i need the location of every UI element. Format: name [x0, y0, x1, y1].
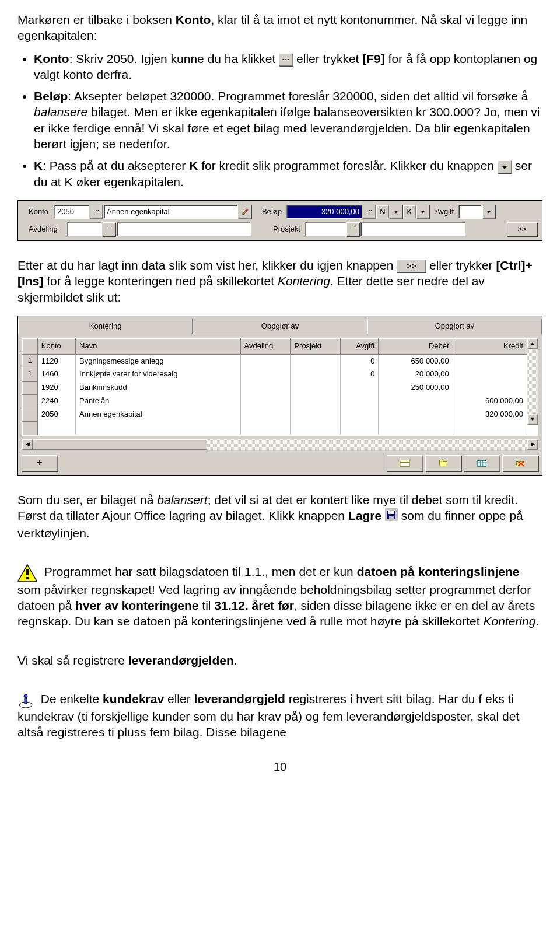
info-icon [18, 692, 34, 708]
svg-marker-2 [421, 211, 425, 213]
col-prosjekt[interactable]: Prosjekt [290, 338, 341, 354]
leverandorgjeld-paragraph: Vi skal så registrere leverandørgjelden. [18, 652, 542, 668]
konto-lookup-button[interactable] [90, 205, 103, 219]
prosjekt-input[interactable] [305, 222, 346, 236]
horizontal-scrollbar[interactable]: ◀ ▶ [22, 439, 538, 450]
avgift-dropdown-button[interactable] [482, 205, 495, 219]
svg-rect-21 [26, 577, 29, 579]
grid-wrapper: Konto Navn Avdeling Prosjekt Avgift Debe… [22, 338, 538, 436]
svg-marker-1 [394, 211, 398, 213]
page-number: 10 [18, 759, 542, 774]
col-avgift[interactable]: Avgift [341, 338, 379, 354]
toolbar-card-button[interactable] [387, 455, 423, 471]
tab-oppgjort-av[interactable]: Oppgjort av [368, 319, 542, 334]
svg-rect-20 [26, 569, 29, 575]
dropdown-icon [498, 160, 512, 173]
table-row[interactable]: 1920 Bankinnskudd 250 000,00 [23, 381, 527, 394]
ellipsis-button-icon: ⋯ [279, 53, 293, 66]
k-box[interactable]: K [403, 205, 416, 218]
svg-rect-5 [400, 462, 410, 463]
toolbar-folder-button[interactable] [425, 455, 461, 471]
add-row-button[interactable]: + [22, 455, 58, 471]
avdeling-lookup-button[interactable] [103, 222, 116, 236]
next-button-icon: >> [397, 260, 426, 272]
vertical-scrollbar[interactable]: ▲ ▼ [527, 338, 538, 425]
col-debet[interactable]: Debet [379, 338, 453, 354]
table-row[interactable]: 2240 Pantelån 600 000,00 [23, 394, 527, 408]
table-row[interactable] [23, 421, 527, 435]
bullet-belop: Beløp: Aksepter beløpet 320000. Programm… [34, 88, 542, 152]
svg-rect-24 [24, 698, 27, 704]
after-entry-paragraph: Etter at du har lagt inn data slik som v… [18, 257, 542, 305]
avgift-input[interactable] [459, 205, 482, 219]
col-avdeling[interactable]: Avdeling [240, 338, 290, 354]
scrollbar-thumb[interactable] [33, 439, 207, 450]
info-paragraph: De enkelte kundekrav eller leverandørgje… [18, 691, 542, 740]
avdeling-name-field[interactable] [117, 222, 251, 236]
save-icon [385, 510, 398, 523]
svg-rect-7 [440, 460, 443, 462]
k-dropdown-button[interactable] [416, 205, 429, 219]
belop-label: Beløp [251, 207, 286, 217]
svg-rect-4 [400, 460, 410, 466]
scroll-right-icon[interactable]: ▶ [527, 439, 538, 450]
col-kredit[interactable]: Kredit [453, 338, 527, 354]
svg-rect-17 [388, 511, 394, 514]
belop-input[interactable]: 320 000,00 [286, 205, 362, 219]
warning-paragraph: Programmet har satt bilagsdatoen til 1.1… [18, 564, 542, 629]
kontering-table: Konto Navn Avdeling Prosjekt Avgift Debe… [22, 338, 527, 435]
edit-pencil-button[interactable] [239, 205, 251, 219]
tab-kontering[interactable]: Kontering [18, 319, 192, 334]
table-row[interactable]: 1 1460 Innkjøpte varer for videresalg 0 … [23, 368, 527, 381]
svg-rect-18 [389, 516, 394, 519]
toolbar-delete-button[interactable] [502, 455, 538, 471]
instruction-list: Konto: Skriv 2050. Igjen kunne du ha kli… [18, 51, 542, 190]
prosjekt-lookup-button[interactable] [346, 222, 359, 236]
col-rowhdr[interactable] [23, 338, 38, 354]
scroll-up-icon[interactable]: ▲ [527, 338, 538, 349]
kontering-panel: Kontering Oppgjør av Oppgjort av Konto N… [18, 316, 542, 476]
avdeling-input[interactable] [67, 222, 102, 236]
balanced-paragraph: Som du ser, er bilaget nå balansert; det… [18, 492, 542, 541]
toolbar: + [18, 453, 542, 475]
bullet-k: K: Pass på at du aksepterer K for kredit… [34, 158, 542, 190]
prosjekt-label: Prosjekt [251, 225, 305, 235]
tab-oppgjor-av[interactable]: Oppgjør av [192, 319, 367, 334]
prosjekt-name-field[interactable] [360, 222, 466, 236]
table-row[interactable]: 2050 Annen egenkapital 320 000,00 [23, 408, 527, 421]
svg-rect-8 [478, 460, 486, 466]
col-konto[interactable]: Konto [37, 338, 75, 354]
n-dropdown-button[interactable] [390, 205, 402, 219]
belop-lookup-button[interactable] [363, 205, 376, 219]
scroll-down-icon[interactable]: ▼ [527, 414, 538, 425]
warning-icon [18, 564, 37, 582]
konto-input[interactable]: 2050 [54, 205, 89, 219]
n-box[interactable]: N [376, 205, 389, 218]
intro-paragraph: Markøren er tilbake i boksen Konto, klar… [18, 12, 542, 44]
avdeling-label: Avdeling [20, 225, 67, 235]
next-button[interactable]: >> [507, 222, 537, 236]
table-row[interactable]: 1 1120 Bygningsmessige anlegg 0 650 000,… [23, 354, 527, 368]
svg-marker-0 [502, 166, 507, 169]
toolbar-calendar-button[interactable] [464, 455, 500, 471]
svg-marker-3 [487, 211, 491, 213]
tab-row: Kontering Oppgjør av Oppgjort av [18, 316, 542, 334]
entry-panel: Konto 2050 Annen egenkapital Beløp 320 0… [18, 200, 542, 241]
bullet-konto: Konto: Skriv 2050. Igjen kunne du ha kli… [34, 51, 542, 83]
avgift-label: Avgift [429, 207, 459, 217]
scroll-left-icon[interactable]: ◀ [22, 439, 33, 450]
col-navn[interactable]: Navn [76, 338, 240, 354]
konto-label: Konto [20, 207, 54, 217]
svg-point-23 [24, 694, 27, 698]
konto-name-field[interactable]: Annen egenkapital [104, 205, 238, 219]
